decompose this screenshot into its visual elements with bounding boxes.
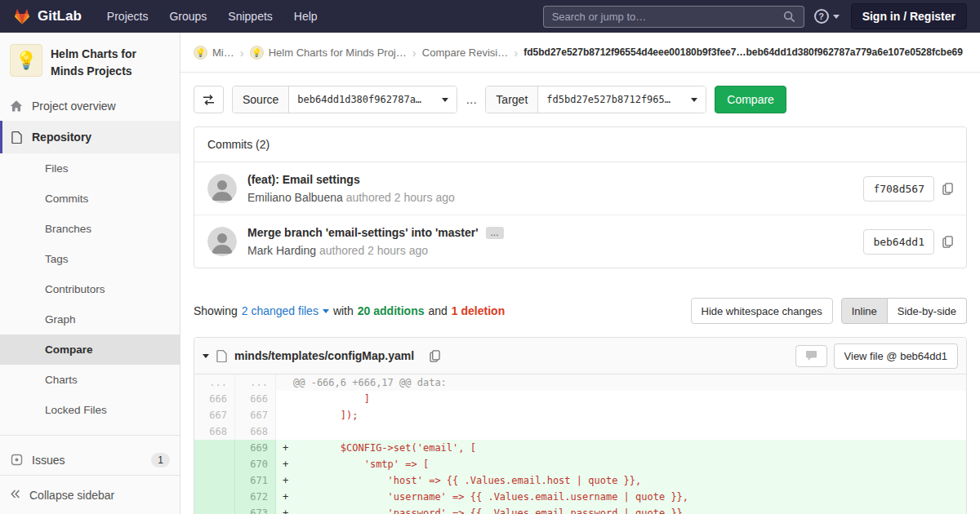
- breadcrumb-avatar: 💡: [250, 46, 264, 60]
- breadcrumb-item[interactable]: Compare Revisi…: [422, 47, 508, 59]
- sidebar-item-contributors[interactable]: Contributors: [0, 274, 180, 304]
- sidebar-item-tags[interactable]: Tags: [0, 244, 180, 274]
- commit-row: (feat): Email settingsEmiliano Balbuena …: [194, 162, 966, 215]
- swap-revisions-button[interactable]: [194, 86, 224, 113]
- range-ellipsis: …: [466, 93, 477, 106]
- diff-old-line-number[interactable]: [194, 505, 235, 514]
- commit-sha-button[interactable]: f708d567: [863, 176, 934, 202]
- showing-text: Showing: [194, 304, 238, 317]
- commit-meta: Emiliano Balbuena authored 2 hours ago: [247, 191, 863, 204]
- copy-sha-button[interactable]: [942, 183, 953, 195]
- diff-old-line-number[interactable]: [194, 440, 235, 456]
- sidebar-item-commits[interactable]: Commits: [0, 184, 180, 214]
- diff-new-line-number[interactable]: 669: [235, 440, 276, 456]
- target-ref-dropdown[interactable]: fd5bd27e527b8712f965…: [538, 86, 706, 113]
- diff-file-header: minds/templates/configMap.yaml View file…: [194, 338, 966, 374]
- file-icon: [216, 350, 227, 362]
- diff-old-line-number[interactable]: ...: [194, 374, 235, 391]
- diff-line-text: $CONFIG->set('email', [: [293, 442, 476, 454]
- double-chevron-left-icon: [10, 489, 20, 502]
- diff-new-line-number[interactable]: ...: [235, 374, 276, 391]
- file-path-link[interactable]: minds/templates/configMap.yaml: [234, 349, 414, 362]
- side-by-side-view-button[interactable]: Side-by-side: [888, 298, 967, 324]
- sign-in-button[interactable]: Sign in / Register: [851, 3, 967, 29]
- copy-path-button[interactable]: [430, 350, 440, 362]
- diff-line-sign: +: [283, 440, 293, 456]
- source-field-group: Source beb64dd1d380f962787a…: [232, 86, 457, 113]
- diff-new-line-number[interactable]: 670: [235, 456, 276, 472]
- diff-table: ...... @@ -666,6 +666,17 @@ data:666666 …: [194, 374, 966, 514]
- commit-title-link[interactable]: Merge branch 'email-settings' into 'mast…: [247, 226, 479, 239]
- inline-view-button[interactable]: Inline: [841, 298, 888, 324]
- diff-line-code: ]: [276, 391, 966, 407]
- sidebar-item-branches[interactable]: Branches: [0, 214, 180, 244]
- diff-line: 668668: [194, 423, 966, 440]
- view-file-button[interactable]: View file @ beb64dd1: [834, 343, 958, 369]
- search-box[interactable]: [543, 6, 804, 28]
- collapse-sidebar-button[interactable]: Collapse sidebar: [0, 476, 180, 514]
- commit-title-link[interactable]: (feat): Email settings: [247, 173, 360, 186]
- nav-link-help[interactable]: Help: [283, 0, 328, 33]
- issues-icon: [10, 454, 23, 466]
- sidebar-item-locked-files[interactable]: Locked Files: [0, 395, 180, 425]
- swap-arrows-icon: [203, 94, 215, 106]
- nav-link-groups[interactable]: Groups: [158, 0, 217, 33]
- diff-new-line-number[interactable]: 666: [235, 391, 276, 407]
- breadcrumb-label: Compare Revisi…: [422, 47, 508, 59]
- hide-whitespace-button[interactable]: Hide whitespace changes: [691, 298, 833, 324]
- diff-line-sign: [283, 374, 293, 391]
- commit-expand-button[interactable]: ...: [486, 227, 504, 239]
- deletions-count: 1 deletion: [452, 304, 505, 317]
- sidebar-item-repository[interactable]: Repository: [0, 121, 180, 153]
- diff-old-line-number[interactable]: [194, 456, 235, 472]
- sidebar-item-files[interactable]: Files: [0, 153, 180, 184]
- breadcrumb-item[interactable]: 💡Helm Charts for Minds Proj…: [250, 46, 407, 60]
- diff-old-line-number[interactable]: 667: [194, 407, 235, 423]
- diff-new-line-number[interactable]: 672: [235, 489, 276, 505]
- commit-author-link[interactable]: Emiliano Balbuena: [247, 191, 343, 204]
- and-text: and: [428, 304, 447, 317]
- commit-sha-button[interactable]: beb64dd1: [863, 229, 934, 255]
- diff-new-line-number[interactable]: 671: [235, 472, 276, 489]
- diff-line-sign: [283, 423, 293, 440]
- source-ref-dropdown[interactable]: beb64dd1d380f962787a…: [289, 86, 457, 113]
- diff-line-sign: +: [283, 472, 293, 489]
- help-menu[interactable]: ?: [814, 9, 840, 24]
- comment-button[interactable]: [795, 345, 827, 367]
- comment-bubble-icon: [805, 350, 817, 361]
- compare-button[interactable]: Compare: [715, 86, 786, 113]
- diff-new-line-number[interactable]: 667: [235, 407, 276, 423]
- sidebar-item-issues[interactable]: Issues 1: [0, 445, 180, 475]
- commit-author-link[interactable]: Mark Harding: [247, 244, 316, 257]
- copy-sha-button[interactable]: [942, 236, 953, 248]
- gitlab-home-link[interactable]: GitLab: [13, 7, 82, 25]
- commit-info: Merge branch 'email-settings' into 'mast…: [247, 226, 863, 257]
- gitlab-app: GitLab ProjectsGroupsSnippetsHelp ? Sign…: [0, 0, 980, 514]
- sidebar-item-compare[interactable]: Compare: [0, 335, 180, 365]
- source-label: Source: [233, 86, 289, 113]
- diff-old-line-number[interactable]: [194, 489, 235, 505]
- diff-new-line-number[interactable]: 668: [235, 423, 276, 440]
- nav-link-projects[interactable]: Projects: [96, 0, 159, 33]
- diff-new-line-number[interactable]: 673: [235, 505, 276, 514]
- sidebar-item-project-overview[interactable]: Project overview: [0, 91, 180, 121]
- diff-old-line-number[interactable]: [194, 472, 235, 489]
- project-header[interactable]: 💡 Helm Charts for Minds Projects: [0, 33, 180, 91]
- diff-line-code: + $CONFIG->set('email', [: [276, 440, 966, 456]
- diff-old-line-number[interactable]: 666: [194, 391, 235, 407]
- diff-old-line-number[interactable]: 668: [194, 423, 235, 440]
- search-input[interactable]: [552, 11, 783, 23]
- changed-files-dropdown[interactable]: 2 changed files: [242, 304, 329, 317]
- diff-line-code: @@ -666,6 +666,17 @@ data:: [276, 374, 966, 391]
- sidebar-item-label: Repository: [32, 131, 91, 144]
- commit-author-avatar: [207, 227, 237, 256]
- chevron-down-icon: [442, 98, 448, 102]
- breadcrumb-item[interactable]: 💡Mi…: [194, 46, 234, 60]
- nav-link-snippets[interactable]: Snippets: [217, 0, 283, 33]
- sidebar-item-graph[interactable]: Graph: [0, 304, 180, 335]
- breadcrumb-bar: 💡Mi…›💡Helm Charts for Minds Proj…›Compar…: [180, 33, 980, 73]
- commits-header: Commits (2): [194, 127, 966, 162]
- sidebar-item-charts[interactable]: Charts: [0, 365, 180, 395]
- collapse-diff-caret-icon[interactable]: [203, 354, 209, 358]
- diff-line-code: + 'host' => {{ .Values.email.host | quot…: [276, 472, 966, 489]
